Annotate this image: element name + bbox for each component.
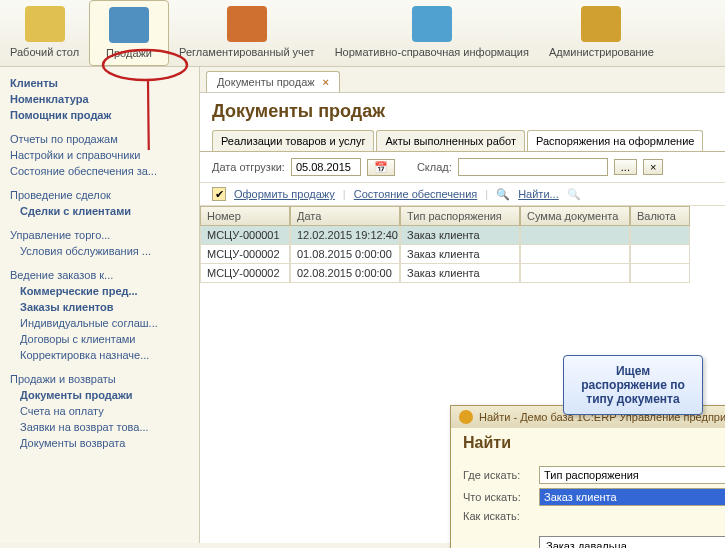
sidebar-item[interactable]: Управление торго... xyxy=(0,227,199,243)
where-label: Где искать: xyxy=(463,469,535,481)
table-row[interactable]: МСЦУ-00000112.02.2015 19:12:40Заказ клие… xyxy=(200,226,725,245)
main-toolbar: Рабочий столПродажиРегламентированный уч… xyxy=(0,0,725,67)
warehouse-input[interactable] xyxy=(458,158,608,176)
page-title: Документы продаж xyxy=(200,93,725,130)
cell: Заказ клиента xyxy=(400,264,520,283)
warehouse-label: Склад: xyxy=(417,161,452,173)
find-button[interactable]: Найти... xyxy=(518,188,559,200)
where-input[interactable] xyxy=(539,466,725,484)
toolbar-label: Продажи xyxy=(106,47,152,59)
action-bar: ✔ Оформить продажу | Состояние обеспечен… xyxy=(200,183,725,206)
column-header[interactable]: Тип распоряжения xyxy=(400,206,520,226)
toolbar-label: Регламентированный учет xyxy=(179,46,315,58)
toolbar-label: Рабочий стол xyxy=(10,46,79,58)
toolbar-Продажи[interactable]: Продажи xyxy=(89,0,169,66)
table-row[interactable]: МСЦУ-00000201.08.2015 0:00:00Заказ клиен… xyxy=(200,245,725,264)
date-input[interactable] xyxy=(291,158,361,176)
cell: 01.08.2015 0:00:00 xyxy=(290,245,400,264)
cell: 12.02.2015 19:12:40 xyxy=(290,226,400,245)
toolbar-Рабочий[interactable]: Рабочий стол xyxy=(0,0,89,66)
sidebar-item[interactable]: Коммерческие пред... xyxy=(0,283,199,299)
cell xyxy=(630,264,690,283)
column-header[interactable]: Дата xyxy=(290,206,400,226)
column-header[interactable]: Сумма документа xyxy=(520,206,630,226)
warehouse-clear-button[interactable]: × xyxy=(643,159,663,175)
sidebar-item[interactable]: Корректировка назначе... xyxy=(0,347,199,363)
tab-documents[interactable]: Документы продаж × xyxy=(206,71,340,92)
cell xyxy=(520,226,630,245)
toolbar-icon xyxy=(412,6,452,42)
find-dialog: Найти - Демо база 1C:ERP Управление пред… xyxy=(450,405,725,548)
sidebar-item[interactable]: Настройки и справочники xyxy=(0,147,199,163)
sidebar-item[interactable]: Заказы клиентов xyxy=(0,299,199,315)
cell xyxy=(630,245,690,264)
cell: Заказ клиента xyxy=(400,245,520,264)
cell: МСЦУ-000002 xyxy=(200,245,290,264)
what-label: Что искать: xyxy=(463,491,535,503)
sidebar-item[interactable]: Документы возврата xyxy=(0,435,199,451)
action-supply-state[interactable]: Состояние обеспечения xyxy=(354,188,478,200)
sidebar-item[interactable]: Сделки с клиентами xyxy=(0,203,199,219)
sidebar-item[interactable]: Отчеты по продажам xyxy=(0,131,199,147)
sidebar-item[interactable]: Клиенты xyxy=(0,75,199,91)
data-grid: НомерДатаТип распоряженияСумма документа… xyxy=(200,206,725,283)
sub-tabs: Реализации товаров и услугАкты выполненн… xyxy=(200,130,725,151)
cell xyxy=(630,226,690,245)
date-label: Дата отгрузки: xyxy=(212,161,285,173)
sidebar: КлиентыНоменклатураПомощник продажОтчеты… xyxy=(0,67,200,543)
sidebar-item[interactable]: Договоры с клиентами xyxy=(0,331,199,347)
how-label: Как искать: xyxy=(463,510,535,522)
sidebar-item[interactable]: Продажи и возвраты xyxy=(0,371,199,387)
dialog-heading: Найти xyxy=(451,428,725,458)
cell xyxy=(520,245,630,264)
cell: МСЦУ-000001 xyxy=(200,226,290,245)
toolbar-icon xyxy=(227,6,267,42)
toolbar-icon xyxy=(581,6,621,42)
what-dropdown: Заказ давальцаЗаказ клиентаЗаказ перераб… xyxy=(539,536,725,548)
sidebar-item[interactable]: Номенклатура xyxy=(0,91,199,107)
column-header[interactable]: Валюта xyxy=(630,206,690,226)
search-icon: 🔍 xyxy=(496,188,510,201)
content: Документы продаж × Документы продаж Реал… xyxy=(200,67,725,543)
cell: МСЦУ-000002 xyxy=(200,264,290,283)
what-input[interactable]: Заказ клиента xyxy=(539,488,725,506)
sub-tab[interactable]: Распоряжения на оформление xyxy=(527,130,703,151)
toolbar-Нормативно-справочная[interactable]: Нормативно-справочная информация xyxy=(325,0,539,66)
clear-search-icon[interactable]: 🔍 xyxy=(567,188,581,201)
document-tabs: Документы продаж × xyxy=(200,67,725,93)
sidebar-item[interactable]: Документы продажи xyxy=(0,387,199,403)
calendar-icon[interactable]: 📅 xyxy=(367,159,395,176)
sidebar-item[interactable]: Индивидуальные соглаш... xyxy=(0,315,199,331)
toolbar-icon xyxy=(25,6,65,42)
annotation-tooltip: Ищем распоряжение по типу документа xyxy=(563,355,703,415)
dropdown-item[interactable]: Заказ давальца xyxy=(540,537,725,548)
sidebar-item[interactable]: Проведение сделок xyxy=(0,187,199,203)
table-row[interactable]: МСЦУ-00000202.08.2015 0:00:00Заказ клиен… xyxy=(200,264,725,283)
cell: 02.08.2015 0:00:00 xyxy=(290,264,400,283)
action-create-sale[interactable]: Оформить продажу xyxy=(234,188,335,200)
cell: Заказ клиента xyxy=(400,226,520,245)
sub-tab[interactable]: Реализации товаров и услуг xyxy=(212,130,374,151)
cell xyxy=(520,264,630,283)
sidebar-item[interactable]: Помощник продаж xyxy=(0,107,199,123)
toolbar-label: Администрирование xyxy=(549,46,654,58)
toolbar-label: Нормативно-справочная информация xyxy=(335,46,529,58)
toolbar-Администрирование[interactable]: Администрирование xyxy=(539,0,664,66)
filter-bar: Дата отгрузки: 📅 Склад: ... × xyxy=(200,151,725,183)
app-icon xyxy=(459,410,473,424)
close-icon[interactable]: × xyxy=(323,76,329,88)
tab-label: Документы продаж xyxy=(217,76,315,88)
toolbar-Регламентированный[interactable]: Регламентированный учет xyxy=(169,0,325,66)
checkbox[interactable]: ✔ xyxy=(212,187,226,201)
sidebar-item[interactable]: Счета на оплату xyxy=(0,403,199,419)
sub-tab[interactable]: Акты выполненных работ xyxy=(376,130,525,151)
column-header[interactable]: Номер xyxy=(200,206,290,226)
sidebar-item[interactable]: Ведение заказов к... xyxy=(0,267,199,283)
warehouse-picker-button[interactable]: ... xyxy=(614,159,637,175)
sidebar-item[interactable]: Заявки на возврат това... xyxy=(0,419,199,435)
toolbar-icon xyxy=(109,7,149,43)
sidebar-item[interactable]: Условия обслуживания ... xyxy=(0,243,199,259)
sidebar-item[interactable]: Состояние обеспечения за... xyxy=(0,163,199,179)
